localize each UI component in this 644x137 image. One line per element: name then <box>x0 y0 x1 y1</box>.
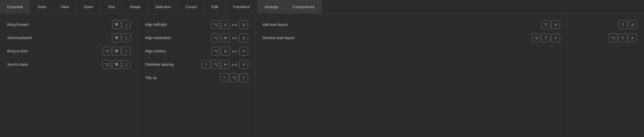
cmd-key: ⌘ <box>112 33 121 42</box>
shift-key: ⇧ <box>618 33 627 42</box>
nav-item-transform[interactable]: Transform <box>226 0 257 14</box>
table-row: Add auto layout ⇧ A <box>263 18 560 31</box>
cmd-key: ⌘ <box>112 20 121 29</box>
nav-item-cursor[interactable]: Cursor <box>178 0 204 14</box>
kbd-group: ⌥ ⌘ ] <box>102 47 131 55</box>
kbd-group: ⇧ A <box>542 20 560 29</box>
send-backward-label: Send backward <box>7 36 112 40</box>
components-row: ⌥ ⇧ A <box>575 31 637 44</box>
alt-key: ⌥ <box>609 33 617 42</box>
table-row: Bring forward ⌘ ] <box>7 18 131 31</box>
ctrl-key: ^ <box>220 73 229 82</box>
t-key: T <box>239 73 248 82</box>
alt-key: ⌥ <box>102 47 111 55</box>
v-key: V <box>239 47 248 55</box>
alt-key: ⌥ <box>211 60 220 69</box>
h-key: H <box>221 47 230 55</box>
alt-key: ⌥ <box>211 20 220 29</box>
selection-section: Align left/right ⌥ A and D Align top/bot… <box>138 14 255 136</box>
shift-key: ⇧ <box>542 20 550 29</box>
alt-key: ⌥ <box>532 33 541 42</box>
nav-item-shape[interactable]: Shape <box>122 0 148 14</box>
h-key: H <box>221 60 230 69</box>
arrange-section: Bring forward ⌘ ] Send backward ⌘ [ Brin… <box>0 14 138 136</box>
s-key: S <box>239 33 248 42</box>
align-tb-label: Align top/bottom <box>145 36 211 40</box>
kbd-group: ⌥ ⇧ A <box>532 33 560 42</box>
nav-bar: Essential Tools View Zoom Text Shape Sel… <box>0 0 644 14</box>
table-row: Tidy up ^ ⌥ T <box>145 71 248 84</box>
table-row: Align top/bottom ⌥ W and S <box>145 31 248 44</box>
kbd-group: ⌥ W and S <box>211 33 248 42</box>
alt-key: ⌥ <box>102 60 111 69</box>
nav-item-view[interactable]: View <box>54 0 76 14</box>
and-text: and <box>232 23 237 27</box>
bracket-right-key: ] <box>122 47 131 55</box>
cmd-key: ⌘ <box>112 47 121 55</box>
table-row: Send to back ⌥ ⌘ [ <box>7 58 131 71</box>
bracket-left-key: [ <box>122 33 131 42</box>
nav-item-selection[interactable]: Selection <box>148 0 178 14</box>
nav-item-tools[interactable]: Tools <box>30 0 54 14</box>
ctrl-key: ^ <box>202 60 210 69</box>
and-text: and <box>232 36 237 40</box>
table-row: Distribute spacing ^ ⌥ H and V <box>145 58 248 71</box>
add-auto-layout-label: Add auto layout <box>263 22 542 27</box>
d-key: D <box>239 20 248 29</box>
table-row: Send backward ⌘ [ <box>7 31 131 44</box>
alt-key: ⌥ <box>211 33 220 42</box>
bracket-right-key: ] <box>122 20 131 29</box>
shift-key: ⇧ <box>618 20 627 29</box>
a-key: A <box>628 33 637 42</box>
kbd-group: ^ ⌥ T <box>220 73 248 82</box>
nav-item-arrange[interactable]: Arrange <box>257 0 286 14</box>
and-text: and <box>232 63 237 66</box>
a-key: A <box>628 20 637 29</box>
kbd-group: ^ ⌥ H and V <box>202 60 248 69</box>
v-key: V <box>239 60 248 69</box>
kbd-group: ⌘ [ <box>112 33 131 42</box>
table-row: Remove auto layout ⌥ ⇧ A <box>263 31 560 44</box>
align-lr-label: Align left/right <box>145 22 211 27</box>
a-key: A <box>551 20 560 29</box>
remove-auto-layout-label: Remove auto layout <box>263 36 532 40</box>
a-key: A <box>551 33 560 42</box>
kbd-group: ⌥ ⌘ [ <box>102 60 131 69</box>
tidy-up-label: Tidy up <box>145 76 220 80</box>
nav-item-text[interactable]: Text <box>101 0 123 14</box>
nav-item-essential[interactable]: Essential <box>0 0 30 14</box>
distribute-spacing-label: Distribute spacing <box>145 62 202 66</box>
send-to-back-label: Send to back <box>7 62 102 66</box>
shift-key: ⇧ <box>542 33 550 42</box>
bracket-left-key: [ <box>122 60 131 69</box>
kbd-group: ⌥ H and V <box>211 47 248 55</box>
table-row: Align left/right ⌥ A and D <box>145 18 248 31</box>
kbd-group: ⌥ A and D <box>211 20 248 29</box>
nav-item-edit[interactable]: Edit <box>204 0 226 14</box>
and-text: and <box>232 49 237 53</box>
edit-section: Add auto layout ⇧ A Remove auto layout ⌥… <box>255 14 567 136</box>
components-row: ⇧ A <box>575 18 637 31</box>
w-key: W <box>221 33 230 42</box>
align-centers-label: Align centers <box>145 49 211 53</box>
alt-key: ⌥ <box>230 73 238 82</box>
kbd-group: ⌘ ] <box>112 20 131 29</box>
bring-forward-label: Bring forward <box>7 22 112 27</box>
content-area: Bring forward ⌘ ] Send backward ⌘ [ Brin… <box>0 14 644 136</box>
cmd-key: ⌘ <box>112 60 121 69</box>
nav-item-zoom[interactable]: Zoom <box>76 0 101 14</box>
components-section: ⇧ A ⌥ ⇧ A <box>567 14 644 136</box>
nav-item-components[interactable]: Components <box>286 0 322 14</box>
table-row: Bring to front ⌥ ⌘ ] <box>7 44 131 58</box>
table-row: Align centers ⌥ H and V <box>145 44 248 58</box>
alt-key: ⌥ <box>211 47 220 55</box>
a-key: A <box>221 20 230 29</box>
bring-to-front-label: Bring to front <box>7 49 102 53</box>
